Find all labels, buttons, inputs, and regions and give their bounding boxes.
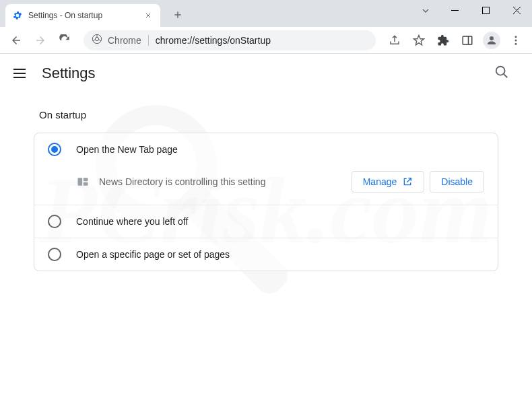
hamburger-menu-icon[interactable] (13, 65, 30, 81)
back-button[interactable] (5, 30, 27, 51)
svg-rect-0 (482, 7, 489, 13)
search-icon[interactable] (494, 65, 519, 82)
svg-point-6 (515, 42, 517, 44)
radio-unselected-icon[interactable] (48, 215, 61, 228)
external-link-icon (402, 176, 413, 187)
extension-control-notice: News Directory is controlling this setti… (34, 166, 498, 205)
gear-icon (12, 10, 23, 21)
address-bar[interactable]: Chrome chrome://settings/onStartup (84, 30, 376, 50)
new-tab-button[interactable] (168, 5, 187, 24)
manage-button-label: Manage (363, 176, 397, 187)
kebab-menu-icon[interactable] (505, 30, 527, 51)
chrome-logo-icon (92, 34, 102, 46)
browser-toolbar: Chrome chrome://settings/onStartup (0, 27, 532, 54)
tab-search-chevron-icon[interactable] (420, 5, 431, 19)
extensions-puzzle-icon[interactable] (432, 30, 454, 51)
tab-title: Settings - On startup (28, 11, 143, 20)
omnibox-divider (148, 35, 149, 46)
disable-button-label: Disable (441, 176, 473, 187)
manage-button[interactable]: Manage (352, 171, 425, 193)
site-chip: Chrome (108, 35, 141, 46)
minimize-button[interactable] (439, 0, 470, 20)
close-tab-icon[interactable] (143, 10, 154, 21)
side-panel-icon[interactable] (457, 30, 478, 51)
radio-unselected-icon[interactable] (48, 248, 61, 261)
option-new-tab[interactable]: Open the New Tab page (34, 133, 498, 166)
svg-point-5 (515, 39, 517, 41)
svg-rect-9 (84, 178, 88, 181)
option-continue[interactable]: Continue where you left off (34, 205, 498, 238)
url-text: chrome://settings/onStartup (156, 35, 271, 46)
svg-rect-8 (78, 178, 83, 186)
startup-options-card: Open the New Tab page News Directory is … (34, 133, 498, 271)
svg-point-4 (515, 36, 517, 38)
share-icon[interactable] (384, 30, 405, 51)
radio-selected-icon[interactable] (48, 143, 61, 156)
controlled-by-text: News Directory is controlling this setti… (99, 176, 346, 187)
option-specific-pages[interactable]: Open a specific page or set of pages (34, 238, 498, 271)
bookmark-star-icon[interactable] (408, 30, 430, 51)
maximize-button[interactable] (470, 0, 501, 20)
svg-point-7 (496, 67, 505, 75)
disable-button[interactable]: Disable (430, 171, 484, 193)
option-label: Continue where you left off (76, 216, 188, 227)
reload-button[interactable] (54, 30, 75, 51)
option-label: Open the New Tab page (76, 144, 178, 155)
window-titlebar: Settings - On startup (0, 0, 532, 27)
close-window-button[interactable] (501, 0, 532, 20)
forward-button[interactable] (30, 30, 51, 51)
svg-rect-10 (84, 182, 88, 186)
option-label: Open a specific page or set of pages (76, 249, 230, 260)
section-title: On startup (39, 109, 493, 120)
page-title: Settings (42, 65, 494, 82)
svg-rect-3 (463, 36, 472, 44)
settings-header: Settings (0, 54, 532, 93)
browser-tab[interactable]: Settings - On startup (5, 4, 160, 27)
profile-avatar[interactable] (481, 30, 502, 51)
extension-icon (76, 175, 90, 188)
